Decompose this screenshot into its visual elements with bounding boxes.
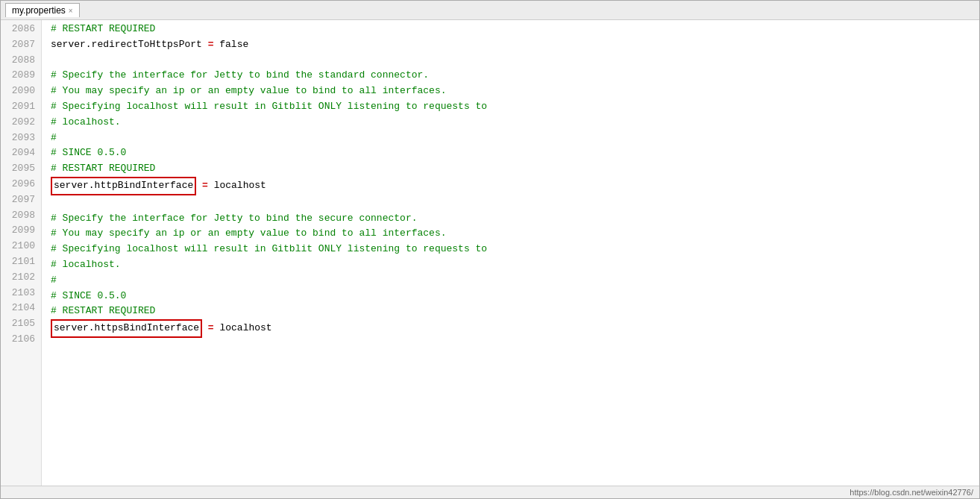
- comment-text: # Specify the interface for Jetty to bin…: [51, 211, 417, 227]
- status-url: https://blog.csdn.net/weixin42776/: [849, 488, 973, 497]
- code-line: [51, 195, 979, 211]
- code-line: # Specifying localhost will result in Gi…: [51, 99, 979, 115]
- code-line: # Specify the interface for Jetty to bin…: [51, 211, 979, 227]
- property-value: false: [219, 37, 248, 53]
- code-line: # RESTART REQUIRED: [51, 22, 979, 37]
- status-bar: https://blog.csdn.net/weixin42776/: [1, 486, 979, 498]
- code-line: #: [51, 131, 979, 146]
- code-line: # SINCE 0.5.0: [51, 145, 979, 161]
- code-line: server.httpBindInterface = localhost: [51, 177, 979, 195]
- tab-close-button[interactable]: ×: [69, 7, 73, 15]
- comment-text: # RESTART REQUIRED: [51, 304, 155, 319]
- line-number: 2093: [7, 131, 35, 146]
- property-key: server.redirectToHttpsPort: [51, 37, 202, 53]
- tab-label: my.properties: [12, 5, 66, 16]
- code-line: # SINCE 0.5.0: [51, 289, 979, 304]
- line-number: 2092: [7, 115, 35, 131]
- equals-sign: =: [196, 178, 213, 194]
- comment-text: # SINCE 0.5.0: [51, 289, 126, 304]
- line-number: 2104: [7, 301, 35, 316]
- line-number: 2094: [7, 145, 35, 161]
- code-line: # localhost.: [51, 115, 979, 131]
- code-line: # RESTART REQUIRED: [51, 161, 979, 177]
- line-number: 2088: [7, 53, 35, 69]
- code-line: # You may specify an ip or an empty valu…: [51, 84, 979, 99]
- line-number: 2102: [7, 270, 35, 286]
- line-numbers: 2086208720882089209020912092209320942095…: [1, 20, 42, 486]
- code-line: [51, 53, 979, 69]
- comment-text: # SINCE 0.5.0: [51, 145, 126, 161]
- line-number: 2095: [7, 161, 35, 177]
- comment-text: # Specifying localhost will result in Gi…: [51, 99, 487, 115]
- line-number: 2090: [7, 84, 35, 99]
- comment-text: # localhost.: [51, 115, 121, 131]
- line-number: 2091: [7, 99, 35, 115]
- code-line: server.httpsBindInterface = localhost: [51, 319, 979, 338]
- editor-area: 2086208720882089209020912092209320942095…: [1, 20, 979, 486]
- equals-sign: =: [202, 321, 219, 336]
- line-number: 2098: [7, 208, 35, 224]
- comment-text: # Specify the interface for Jetty to bin…: [51, 68, 429, 84]
- line-number: 2101: [7, 254, 35, 270]
- comment-text: # RESTART REQUIRED: [51, 161, 155, 177]
- code-content[interactable]: # RESTART REQUIREDserver.redirectToHttps…: [42, 20, 979, 486]
- comment-text: # You may specify an ip or an empty valu…: [51, 226, 447, 242]
- code-line: #: [51, 273, 979, 289]
- equals-sign: =: [202, 37, 219, 53]
- comment-text: #: [51, 273, 57, 289]
- property-value: localhost: [214, 178, 266, 194]
- code-line: # Specify the interface for Jetty to bin…: [51, 68, 979, 84]
- line-number: 2099: [7, 223, 35, 239]
- line-number: 2087: [7, 37, 35, 53]
- highlighted-property-key: server.httpsBindInterface: [51, 319, 202, 338]
- highlighted-property-key: server.httpBindInterface: [51, 177, 196, 195]
- code-line: # RESTART REQUIRED: [51, 304, 979, 319]
- property-value: localhost: [219, 321, 271, 336]
- comment-text: # RESTART REQUIRED: [51, 22, 155, 37]
- comment-text: # You may specify an ip or an empty valu…: [51, 84, 447, 99]
- code-line: # localhost.: [51, 257, 979, 273]
- title-bar: my.properties ×: [1, 1, 979, 20]
- code-line: [51, 338, 979, 354]
- code-line: # Specifying localhost will result in Gi…: [51, 242, 979, 257]
- line-number: 2086: [7, 22, 35, 37]
- comment-text: # localhost.: [51, 257, 121, 273]
- line-number: 2105: [7, 316, 35, 332]
- code-line: # You may specify an ip or an empty valu…: [51, 226, 979, 242]
- line-number: 2089: [7, 68, 35, 84]
- file-tab[interactable]: my.properties ×: [5, 3, 80, 17]
- line-number: 2097: [7, 192, 35, 208]
- line-number: 2096: [7, 177, 35, 192]
- line-number: 2103: [7, 286, 35, 301]
- editor-window: my.properties × 208620872088208920902091…: [0, 0, 980, 499]
- code-line: server.redirectToHttpsPort = false: [51, 37, 979, 53]
- line-number: 2100: [7, 239, 35, 254]
- line-number: 2106: [7, 332, 35, 348]
- comment-text: # Specifying localhost will result in Gi…: [51, 242, 487, 257]
- comment-text: #: [51, 131, 57, 146]
- code-container: 2086208720882089209020912092209320942095…: [1, 20, 979, 486]
